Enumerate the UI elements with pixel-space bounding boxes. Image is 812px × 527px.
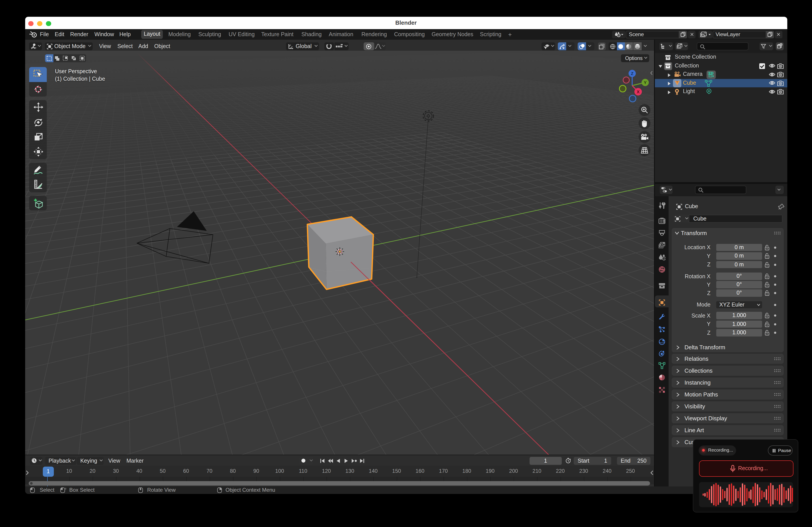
svg-text:X: X [637,90,639,94]
svg-text:Y: Y [644,80,647,85]
svg-text:Z: Z [630,71,633,76]
